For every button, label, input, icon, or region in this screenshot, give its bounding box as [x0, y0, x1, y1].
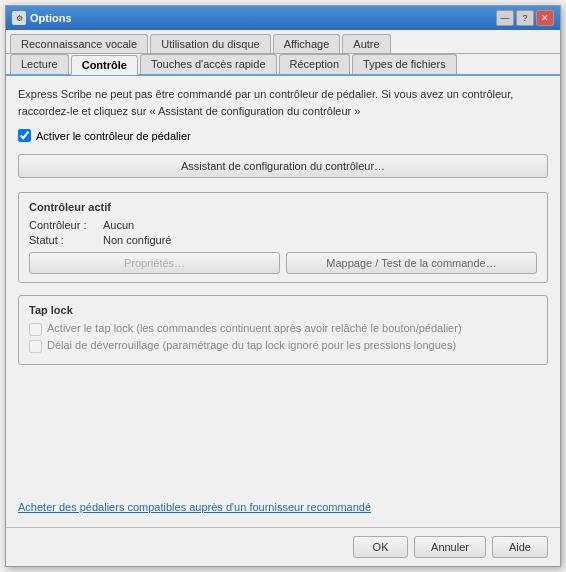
window-icon: ⚙	[12, 11, 26, 25]
tab-utilisation-disque[interactable]: Utilisation du disque	[150, 34, 270, 53]
status-label: Statut :	[29, 234, 99, 246]
tabs-row1: Reconnaissance vocale Utilisation du dis…	[6, 30, 560, 54]
tab-lecture[interactable]: Lecture	[10, 54, 69, 74]
title-bar: ⚙ Options — ? ✕	[6, 6, 560, 30]
enable-controller-label: Activer le contrôleur de pédalier	[36, 130, 191, 142]
wizard-button[interactable]: Assistant de configuration du contrôleur…	[18, 154, 548, 178]
bottom-buttons: OK Annuler Aide	[6, 527, 560, 566]
title-bar-left: ⚙ Options	[12, 11, 72, 25]
footer-link-area: Acheter des pédaliers compatibles auprès…	[18, 375, 548, 517]
ok-button[interactable]: OK	[353, 536, 408, 558]
controller-field-row: Contrôleur : Aucun	[29, 219, 537, 231]
tap-lock-label1: Activer le tap lock (les commandes conti…	[47, 322, 462, 334]
tab-controle[interactable]: Contrôle	[71, 55, 138, 75]
tabs-row2: Lecture Contrôle Touches d'accès rapide …	[6, 54, 560, 76]
status-field-row: Statut : Non configuré	[29, 234, 537, 246]
tap-lock-title: Tap lock	[29, 304, 537, 316]
properties-button[interactable]: Propriétés…	[29, 252, 280, 274]
help-button-bottom[interactable]: Aide	[492, 536, 548, 558]
cancel-button[interactable]: Annuler	[414, 536, 486, 558]
options-window: ⚙ Options — ? ✕ Reconnaissance vocale Ut…	[5, 5, 561, 567]
tap-lock-check2-row: Délai de déverrouillage (paramétrage du …	[29, 339, 537, 353]
controller-label: Contrôleur :	[29, 219, 99, 231]
tap-lock-label2: Délai de déverrouillage (paramétrage du …	[47, 339, 456, 351]
controller-value: Aucun	[103, 219, 134, 231]
tab-affichage[interactable]: Affichage	[273, 34, 341, 53]
tab-touches-acces[interactable]: Touches d'accès rapide	[140, 54, 277, 74]
status-value: Non configuré	[103, 234, 172, 246]
controller-group-title: Contrôleur actif	[29, 201, 537, 213]
tap-lock-checkbox1[interactable]	[29, 323, 42, 336]
title-buttons: — ? ✕	[496, 10, 554, 26]
tap-lock-check1-row: Activer le tap lock (les commandes conti…	[29, 322, 537, 336]
tab-reconnaissance-vocale[interactable]: Reconnaissance vocale	[10, 34, 148, 53]
info-text: Express Scribe ne peut pas être commandé…	[18, 86, 548, 119]
minimize-button[interactable]: —	[496, 10, 514, 26]
tap-lock-checkbox2[interactable]	[29, 340, 42, 353]
enable-controller-row: Activer le contrôleur de pédalier	[18, 129, 548, 142]
tab-autre[interactable]: Autre	[342, 34, 390, 53]
tap-lock-group: Tap lock Activer le tap lock (les comman…	[18, 295, 548, 365]
close-button[interactable]: ✕	[536, 10, 554, 26]
mapping-button[interactable]: Mappage / Test de la commande…	[286, 252, 537, 274]
help-button[interactable]: ?	[516, 10, 534, 26]
controller-btn-row: Propriétés… Mappage / Test de la command…	[29, 252, 537, 274]
tab-types-fichiers[interactable]: Types de fichiers	[352, 54, 457, 74]
footer-link[interactable]: Acheter des pédaliers compatibles auprès…	[18, 501, 371, 513]
controller-group: Contrôleur actif Contrôleur : Aucun Stat…	[18, 192, 548, 283]
tab-reception[interactable]: Réception	[279, 54, 351, 74]
tab-content: Express Scribe ne peut pas être commandé…	[6, 76, 560, 527]
enable-controller-checkbox[interactable]	[18, 129, 31, 142]
window-title: Options	[30, 12, 72, 24]
